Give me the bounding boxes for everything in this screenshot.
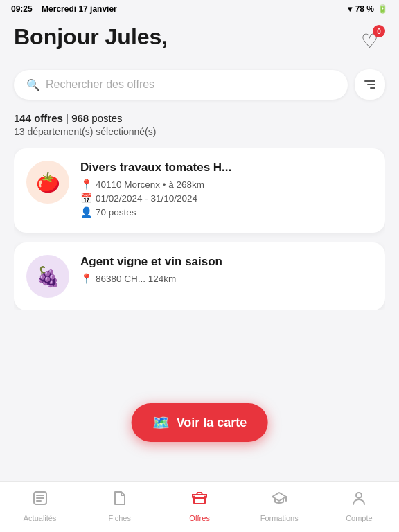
calendar-icon-1: 📅	[80, 193, 92, 204]
battery-level: 78 %	[355, 4, 374, 14]
location-icon-2: 📍	[80, 273, 92, 284]
nav-compte[interactable]: Compte	[319, 489, 399, 522]
job-cards-area: 🍅 Divers travaux tomates H... 📍 40110 Mo…	[14, 148, 385, 418]
job-card-1[interactable]: 🍅 Divers travaux tomates H... 📍 40110 Mo…	[14, 148, 385, 233]
status-date: Mercredi 17 janvier	[42, 4, 117, 14]
job-postes-1: 👤 70 postes	[80, 206, 373, 218]
nav-fiches-label: Fiches	[109, 514, 131, 522]
job-details-2: Agent vigne et vin saison 📍 86380 CH... …	[80, 255, 373, 287]
status-time: 09:25	[11, 4, 33, 14]
tomato-icon: 🍅	[36, 171, 60, 194]
job-icon-1: 🍅	[26, 161, 69, 204]
wifi-icon: ▾	[348, 4, 352, 14]
offres-icon	[190, 489, 209, 511]
job-dates-1: 📅 01/02/2024 - 31/10/2024	[80, 193, 373, 204]
header: Bonjour Jules, ♡ 0	[14, 25, 385, 57]
compte-icon	[350, 489, 368, 511]
stats-line2: 13 département(s) sélectionné(s)	[14, 126, 385, 137]
nav-actualites-label: Actualités	[24, 514, 57, 522]
favorites-button[interactable]: ♡ 0	[353, 25, 385, 57]
favorites-badge: 0	[373, 25, 385, 37]
formations-icon	[270, 489, 288, 511]
stats-line1: 144 offres | 968 postes	[14, 112, 385, 124]
nav-formations[interactable]: Formations	[240, 489, 319, 522]
bottom-nav: Actualités Fiches Offres	[0, 481, 399, 532]
search-container: 🔍 Rechercher des offres	[14, 69, 385, 100]
battery-icon: 🔋	[378, 4, 388, 14]
map-icon: 🗺️	[152, 414, 170, 431]
job-details-1: Divers travaux tomates H... 📍 40110 Morc…	[80, 161, 373, 220]
person-icon-1: 👤	[80, 206, 92, 218]
search-placeholder-text: Rechercher des offres	[46, 78, 154, 91]
nav-formations-label: Formations	[260, 514, 299, 522]
grape-icon: 🍇	[36, 265, 60, 288]
location-icon-1: 📍	[80, 179, 92, 190]
nav-actualites[interactable]: Actualités	[0, 489, 80, 522]
stats-section: 144 offres | 968 postes 13 département(s…	[14, 112, 385, 137]
greeting-text: Bonjour Jules,	[14, 25, 168, 49]
filter-button[interactable]	[355, 69, 385, 100]
status-indicators: ▾ 78 % 🔋	[348, 4, 388, 14]
filter-icon	[364, 80, 375, 89]
svg-point-5	[356, 493, 362, 498]
fiches-icon	[111, 489, 129, 511]
actualites-icon	[31, 489, 49, 511]
status-time-date: 09:25 Mercredi 17 janvier	[11, 4, 117, 14]
voir-carte-label: Voir la carte	[177, 416, 247, 430]
nav-offres[interactable]: Offres	[159, 489, 239, 522]
offres-count: 144 offres	[14, 112, 63, 124]
job-location-1: 📍 40110 Morcenx • à 268km	[80, 179, 373, 190]
nav-fiches[interactable]: Fiches	[80, 489, 159, 522]
job-location-2: 📍 86380 CH... 124km	[80, 273, 373, 284]
main-content: Bonjour Jules, ♡ 0 🔍 Rechercher des offr…	[0, 18, 399, 418]
stats-separator: |	[66, 112, 71, 124]
postes-count: 968	[71, 112, 89, 124]
job-title-2: Agent vigne et vin saison	[80, 255, 373, 269]
job-icon-2: 🍇	[26, 255, 69, 298]
status-bar: 09:25 Mercredi 17 janvier ▾ 78 % 🔋	[0, 0, 399, 18]
job-card-2[interactable]: 🍇 Agent vigne et vin saison 📍 86380 CH..…	[14, 242, 385, 310]
nav-offres-label: Offres	[189, 514, 210, 522]
job-title-1: Divers travaux tomates H...	[80, 161, 373, 175]
search-icon: 🔍	[26, 78, 40, 91]
nav-compte-label: Compte	[346, 514, 373, 522]
postes-label: postes	[91, 112, 122, 124]
voir-carte-button[interactable]: 🗺️ Voir la carte	[132, 403, 268, 442]
search-bar[interactable]: 🔍 Rechercher des offres	[14, 70, 348, 100]
